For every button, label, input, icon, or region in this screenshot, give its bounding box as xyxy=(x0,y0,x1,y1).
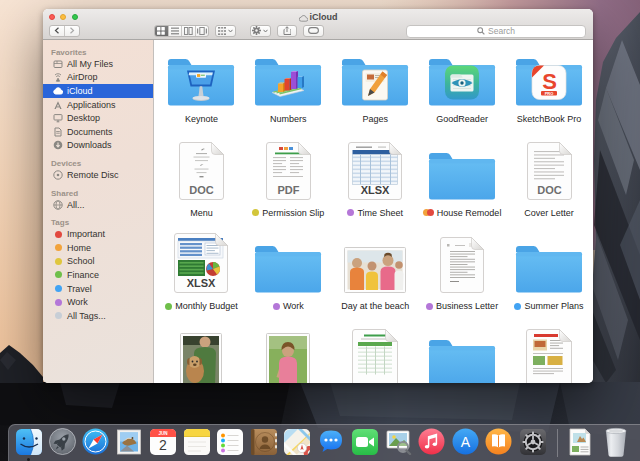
dock-mail-icon[interactable] xyxy=(116,428,143,455)
file-tag-dots xyxy=(165,303,172,310)
sidebar-item-label: Remote Disc xyxy=(67,170,119,180)
sidebar-item-finance[interactable]: Finance xyxy=(43,268,153,282)
sidebar-item-icloud[interactable]: iCloud xyxy=(43,84,153,98)
sidebar-item-work[interactable]: Work xyxy=(43,295,153,309)
file-item-work[interactable]: Work xyxy=(245,235,332,329)
dock-reminders-icon[interactable] xyxy=(217,428,244,455)
search-placeholder: Search xyxy=(488,26,515,36)
downloads-icon xyxy=(53,140,63,150)
dock-system-preferences-icon[interactable] xyxy=(519,428,546,455)
dock-calendar-icon[interactable]: JUN 2 xyxy=(149,428,176,455)
tags-button[interactable] xyxy=(303,25,325,37)
svg-text:A: A xyxy=(461,434,471,450)
tag-icon xyxy=(308,27,319,34)
folder-icon: S PRO xyxy=(506,48,593,106)
finder-window: iCloud xyxy=(43,9,593,383)
tag-color-dot xyxy=(53,256,63,266)
share-icon xyxy=(283,26,291,35)
dock-maps-icon[interactable] xyxy=(284,428,311,455)
sidebar-item-label: All Tags... xyxy=(67,311,106,321)
tag-color-dot xyxy=(53,229,63,239)
shared-all-icon xyxy=(53,200,63,210)
navigation-buttons xyxy=(49,25,80,37)
file-item-permission-slip[interactable]: PDF Permission Slip xyxy=(245,142,332,236)
icon-view-button[interactable] xyxy=(155,26,169,36)
coverflow-view-button[interactable] xyxy=(196,26,209,36)
sidebar-section-header: Shared xyxy=(43,187,153,198)
dock-contacts-icon[interactable] xyxy=(250,428,277,455)
sidebar-item-all-tags[interactable]: All Tags... xyxy=(43,309,153,323)
svg-text:PRO: PRO xyxy=(545,91,554,96)
chevron-down-icon xyxy=(263,29,268,33)
tag-color-dot xyxy=(53,284,63,294)
dock-ibooks-icon[interactable] xyxy=(485,428,512,455)
file-item[interactable] xyxy=(158,329,245,384)
file-item-summer-plans[interactable]: Summer Plans xyxy=(506,235,593,329)
sidebar-item-documents[interactable]: Documents xyxy=(43,125,153,139)
icloud-icon xyxy=(53,86,63,96)
dock-trash-icon[interactable] xyxy=(603,428,630,455)
sidebar-item-school[interactable]: School xyxy=(43,255,153,269)
sidebar-section-header: Tags xyxy=(43,216,153,227)
dock-document-icon[interactable] xyxy=(567,428,594,455)
sidebar-item-downloads[interactable]: Downloads xyxy=(43,139,153,153)
file-item-day-at-the-beach[interactable]: Day at the beach xyxy=(332,235,419,329)
sidebar-item-home[interactable]: Home xyxy=(43,241,153,255)
file-item-pages[interactable]: Pages xyxy=(332,48,419,142)
svg-text:S: S xyxy=(542,69,557,94)
dock-itunes-icon[interactable] xyxy=(418,428,445,455)
dock-facetime-icon[interactable] xyxy=(351,428,378,455)
sidebar-item-applications[interactable]: Applications xyxy=(43,98,153,112)
file-item-time-sheet[interactable]: XLSX Time Sheet xyxy=(332,142,419,236)
file-label: Cover Letter xyxy=(524,208,574,218)
dock-notes-icon[interactable] xyxy=(183,428,210,455)
list-view-button[interactable] xyxy=(169,26,183,36)
sidebar-item-all[interactable]: All... xyxy=(43,198,153,212)
dock-finder-icon[interactable] xyxy=(15,428,42,455)
sidebar-item-airdrop[interactable]: AirDrop xyxy=(43,71,153,85)
sidebar-item-all-my-files[interactable]: All My Files xyxy=(43,57,153,71)
grid-view-icon xyxy=(157,27,165,35)
sidebar-item-travel[interactable]: Travel xyxy=(43,282,153,296)
sidebar-item-label: Work xyxy=(67,297,88,307)
file-item[interactable] xyxy=(332,329,419,384)
file-item-cover-letter[interactable]: DOC Cover Letter xyxy=(506,142,593,236)
share-button[interactable] xyxy=(277,25,297,37)
folder-icon xyxy=(419,329,506,384)
file-item-sketchbook-pro[interactable]: S PRO SketchBook Pro xyxy=(506,48,593,142)
sidebar-item-label: All... xyxy=(67,200,85,210)
file-item-menu[interactable]: DOC Menu xyxy=(158,142,245,236)
file-item[interactable] xyxy=(419,329,506,384)
file-item-keynote[interactable]: Keynote xyxy=(158,48,245,142)
dock-preview-icon[interactable] xyxy=(385,428,412,455)
dock-safari-icon[interactable] xyxy=(82,428,109,455)
document-icon: XLSX xyxy=(158,235,245,293)
column-view-button[interactable] xyxy=(182,26,196,36)
sidebar-item-desktop[interactable]: Desktop xyxy=(43,111,153,125)
sidebar-item-important[interactable]: Important xyxy=(43,227,153,241)
file-item[interactable] xyxy=(506,329,593,384)
file-item[interactable] xyxy=(245,329,332,384)
file-item-numbers[interactable]: Numbers xyxy=(245,48,332,142)
desktop-screen: iCloud xyxy=(0,0,640,461)
action-button[interactable] xyxy=(250,25,272,37)
file-item-house-remodel[interactable]: House Remodel xyxy=(419,142,506,236)
finder-sidebar: FavoritesAll My FilesAirDropiCloudApplic… xyxy=(43,40,154,383)
sidebar-section-header: Favorites xyxy=(43,46,153,57)
sidebar-item-remote-disc[interactable]: Remote Disc xyxy=(43,168,153,182)
file-tag-dots xyxy=(347,209,354,216)
forward-button[interactable] xyxy=(65,26,79,36)
file-label: Time Sheet xyxy=(347,208,403,218)
dock-launchpad-icon[interactable] xyxy=(49,428,76,455)
file-item-monthly-budget[interactable]: XLSX Monthly Budget xyxy=(158,235,245,329)
window-titlebar[interactable]: iCloud xyxy=(43,9,593,40)
file-item-goodreader[interactable]: GoodReader xyxy=(419,48,506,142)
dock-app-store-icon[interactable]: A xyxy=(452,428,479,455)
search-field[interactable]: Search xyxy=(406,25,586,38)
file-item-business-letter[interactable]: Business Letter xyxy=(419,235,506,329)
arrange-button[interactable] xyxy=(215,25,237,37)
sidebar-item-label: Documents xyxy=(67,127,113,137)
dock-messages-icon[interactable] xyxy=(317,428,344,455)
back-button[interactable] xyxy=(50,26,65,36)
sidebar-section-devices: DevicesRemote Disc xyxy=(43,157,153,182)
